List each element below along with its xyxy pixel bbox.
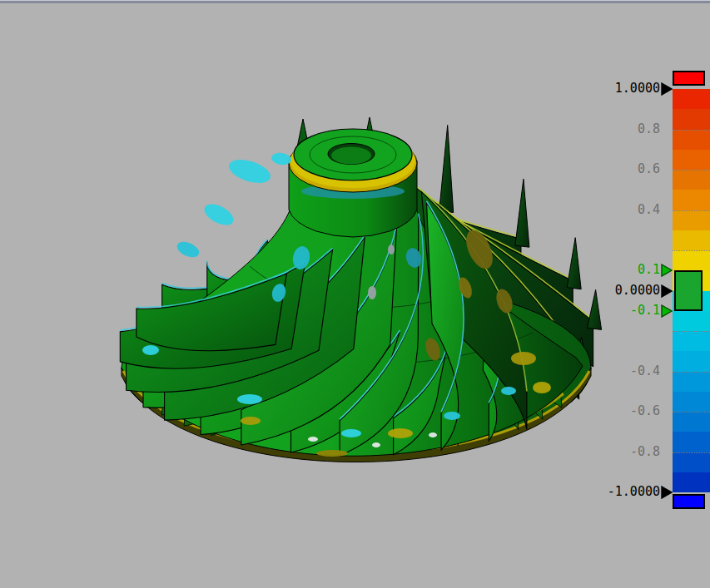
scale-tolerance-marker[interactable]: [661, 264, 673, 277]
marker-triangle: [662, 305, 672, 317]
scale-dotted-line: [673, 372, 710, 373]
deviation-patch: [372, 442, 380, 447]
scale-tick-label: 0.8: [638, 122, 660, 136]
deviation-patch: [316, 450, 348, 457]
scale-band: [673, 331, 710, 351]
blade-tip-spike: [439, 126, 454, 213]
scale-tick-label: 0.1: [638, 263, 660, 276]
scale-band: [673, 432, 710, 452]
deviation-patch: [388, 428, 413, 438]
scale-tick-label: 1.0000: [615, 82, 660, 95]
scale-band: [673, 109, 710, 129]
marker-triangle: [662, 83, 672, 95]
scale-out-of-range-low: [673, 494, 705, 509]
scale-band: [673, 412, 710, 432]
deviation-patch: [388, 245, 395, 254]
scale-tick-label: -0.8: [630, 445, 660, 458]
scale-band: [673, 452, 710, 472]
deviation-patch: [511, 352, 536, 365]
deviation-patch: [501, 387, 516, 395]
blade-tip-spike: [515, 179, 529, 247]
scale-dotted-line: [673, 331, 710, 332]
scale-band: [673, 170, 710, 190]
color-scale: 1.00000.80.60.40.10.0000-0.1-0.4-0.6-0.8…: [616, 0, 710, 588]
scale-tick-label: 0.6: [638, 162, 660, 175]
marker-triangle: [662, 285, 672, 297]
scale-tick-label: 0.4: [638, 203, 660, 216]
scale-band: [673, 210, 710, 230]
marker-triangle: [662, 487, 672, 498]
scale-band: [673, 351, 710, 371]
deviation-patch: [341, 429, 361, 437]
scale-band: [673, 392, 710, 412]
deviation-patch: [308, 437, 318, 442]
scale-dotted-line: [673, 412, 710, 413]
scale-tick-label: -1.0000: [608, 485, 660, 498]
model-viewport[interactable]: [0, 3, 710, 588]
scale-band: [673, 472, 710, 492]
scale-dotted-line: [673, 452, 710, 453]
scale-tick-label: -0.1: [630, 304, 660, 317]
impeller-hub: [289, 117, 417, 237]
deviation-patch: [201, 200, 237, 229]
scale-dotted-line: [673, 130, 710, 131]
scale-band: [673, 250, 710, 270]
scale-tolerance-marker[interactable]: [661, 304, 673, 318]
scale-limit-marker[interactable]: [661, 284, 673, 298]
deviation-patch: [175, 239, 201, 260]
scale-out-of-range-high: [673, 71, 705, 86]
deviation-patch: [237, 394, 262, 404]
deviation-patch: [533, 382, 551, 393]
deviation-patch: [226, 156, 274, 188]
scale-tick-label: 0.0000: [615, 284, 660, 297]
scale-band: [673, 190, 710, 210]
blade-tip-spike: [567, 238, 581, 289]
scale-dotted-line: [673, 250, 710, 251]
blade-tip-spike: [588, 289, 602, 329]
scale-band: [673, 311, 710, 331]
scale-limit-marker[interactable]: [661, 486, 673, 499]
marker-triangle: [662, 264, 672, 276]
deviation-patch: [368, 286, 376, 299]
scale-band: [673, 372, 710, 392]
hub-bore: [331, 147, 371, 165]
scale-limit-marker[interactable]: [661, 82, 673, 96]
scale-tick-label: -0.4: [630, 364, 660, 378]
scale-dotted-line: [673, 170, 710, 170]
deviation-patch: [444, 412, 460, 420]
scale-band: [673, 130, 710, 150]
deviation-patch: [429, 432, 437, 437]
scale-band: [673, 150, 710, 170]
scale-band: [673, 230, 710, 250]
impeller-model: [120, 117, 601, 462]
scale-band: [673, 89, 710, 109]
application-window: 1.00000.80.60.40.10.0000-0.1-0.4-0.6-0.8…: [0, 0, 710, 588]
scale-dotted-line: [673, 210, 710, 211]
scale-tolerance-box: [674, 270, 703, 311]
scale-tick-label: -0.6: [630, 404, 660, 418]
deviation-patch: [241, 417, 261, 425]
deviation-patch: [142, 345, 159, 355]
